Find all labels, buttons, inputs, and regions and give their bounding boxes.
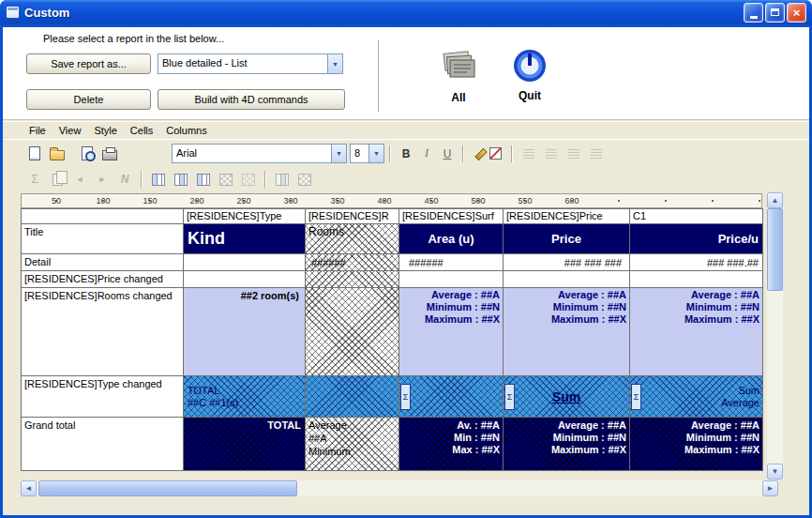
add-column-button[interactable]	[147, 169, 170, 190]
font-size-value: 8	[351, 145, 368, 162]
scroll-right-button[interactable]: ►	[762, 480, 778, 496]
cell-title-kind[interactable]: Kind	[184, 224, 306, 254]
dropdown-arrow-icon[interactable]: ▼	[327, 54, 342, 73]
cell-price-changed-price[interactable]	[504, 271, 630, 288]
cell-rooms-changed-type[interactable]: ##2 room(s)	[184, 288, 306, 376]
cell-rooms-changed-rooms[interactable]	[306, 288, 399, 376]
italic-button[interactable]: I	[416, 144, 437, 164]
cell-rooms-changed-surf[interactable]: Average : ##A Minimum : ##N Maximum : ##…	[399, 288, 504, 376]
bold-button[interactable]: B	[396, 144, 416, 164]
align-center-button[interactable]	[540, 144, 563, 164]
menu-style[interactable]: Style	[88, 123, 124, 138]
build-with-4d-commands-button[interactable]: Build with 4D commands	[158, 89, 345, 110]
minimize-button[interactable]	[744, 3, 763, 23]
horizontal-scroll-thumb[interactable]	[38, 480, 297, 496]
count-button[interactable]: N	[113, 169, 136, 190]
sum-button[interactable]: Σ	[23, 169, 46, 190]
cell-title-price[interactable]: Price	[504, 224, 630, 254]
cell-type-changed-c1[interactable]: Σ Sum Average	[630, 376, 763, 418]
vertical-scrollbar[interactable]: ▲ ▼	[767, 192, 783, 480]
cell-grand-total-price[interactable]: Average : ##A Minimum : ##N Maximum : ##…	[504, 418, 630, 471]
open-report-button[interactable]	[46, 144, 68, 164]
print-button[interactable]	[98, 144, 121, 164]
report-dropdown[interactable]: Blue detailed - List ▼	[158, 53, 343, 74]
new-report-button[interactable]	[23, 144, 46, 164]
cell-type-changed-type[interactable]: TOTAL ##C ##1(s)	[184, 376, 306, 418]
cell-pattern-button[interactable]	[215, 169, 237, 190]
cell-type-changed-rooms[interactable]	[306, 376, 399, 418]
previous-break-button[interactable]: ◄	[68, 169, 91, 190]
save-report-as-button[interactable]: Save report as...	[26, 53, 151, 74]
column-header-surf[interactable]: [RESIDENCES]Surf	[399, 209, 504, 224]
cell-detail-type[interactable]	[184, 254, 306, 271]
column-header-price[interactable]: [RESIDENCES]Price	[504, 209, 630, 224]
pen-icon	[474, 147, 487, 160]
row-label-price-changed[interactable]: [RESIDENCES]Price changed	[22, 271, 184, 288]
align-justify-button[interactable]	[585, 144, 608, 164]
quit-button[interactable]: Quit	[504, 47, 556, 102]
row-label-grand-total[interactable]: Grand total	[22, 418, 184, 471]
cell-type-changed-price[interactable]: Σ Sum	[504, 376, 630, 418]
row-label-type-changed[interactable]: [RESIDENCES]Type changed	[22, 376, 184, 418]
delete-button[interactable]: Delete	[26, 89, 151, 110]
row-label-detail[interactable]: Detail	[22, 254, 184, 271]
column-header-type[interactable]: [RESIDENCES]Type	[184, 209, 306, 224]
menu-cells[interactable]: Cells	[125, 123, 160, 138]
cell-rooms-changed-price[interactable]: Average : ##A Minimum : ##N Maximum : ##…	[504, 288, 630, 376]
cell-detail-surf[interactable]: ######	[399, 254, 504, 271]
close-button[interactable]: ×	[787, 3, 806, 23]
cell-price-changed-c1[interactable]	[630, 271, 763, 288]
border-pen-button[interactable]	[469, 144, 506, 164]
cell-grand-total-c1[interactable]: Average : ##A Minimum : ##N Maximum : ##…	[630, 418, 763, 471]
vertical-scroll-thumb[interactable]	[767, 208, 783, 291]
repeat-values-button[interactable]	[46, 169, 68, 190]
cell-title-area[interactable]: Area (u)	[399, 224, 504, 254]
dropdown-arrow-icon[interactable]: ▼	[331, 145, 346, 162]
all-button[interactable]: All	[430, 43, 487, 104]
cell-grand-total-surf[interactable]: Av. : ##A Min : ##N Max : ##X	[399, 418, 504, 471]
font-size-select[interactable]: 8 ▼	[350, 144, 384, 163]
font-family-select[interactable]: Arial ▼	[172, 144, 347, 163]
cell-grand-total-type[interactable]: TOTAL	[184, 418, 306, 471]
row-label-title[interactable]: Title	[22, 224, 184, 254]
horizontal-scrollbar[interactable]: ◄ ►	[21, 480, 778, 496]
cell-price-changed-rooms[interactable]	[306, 271, 399, 288]
sort-ascending-button[interactable]	[271, 169, 293, 190]
align-left-button[interactable]	[518, 144, 540, 164]
scroll-down-button[interactable]: ▼	[767, 464, 783, 480]
row-label-rooms-changed[interactable]: [RESIDENCES]Rooms changed	[22, 288, 184, 376]
delete-column-button[interactable]	[192, 169, 215, 190]
next-break-button[interactable]: ►	[91, 169, 113, 190]
cell-type-changed-surf[interactable]: Σ	[399, 376, 504, 418]
column-header-rooms[interactable]: [RESIDENCES]R	[306, 209, 399, 224]
menu-file[interactable]: File	[23, 123, 53, 138]
print-preview-button[interactable]	[76, 144, 98, 164]
left-arrow-icon: ◄	[76, 175, 84, 184]
report-selection-panel: Please select a report in the list below…	[3, 27, 809, 120]
cell-rooms-changed-c1[interactable]: Average : ##A Minimum : ##N Maximum : ##…	[630, 288, 763, 376]
cell-title-price-u[interactable]: Price/u	[630, 224, 763, 254]
scroll-up-button[interactable]: ▲	[767, 192, 783, 208]
cell-title-rooms[interactable]: Rooms	[306, 224, 399, 254]
cell-grand-total-rooms[interactable]: Average ##A Minimum	[306, 418, 399, 471]
underline-button[interactable]: U	[437, 144, 458, 164]
titlebar[interactable]: Custom ×	[0, 0, 812, 27]
cell-detail-price[interactable]: ### ### ###	[504, 254, 630, 271]
scroll-left-button[interactable]: ◄	[21, 480, 37, 496]
menu-columns[interactable]: Columns	[160, 123, 214, 138]
insert-column-button[interactable]	[170, 169, 192, 190]
align-right-button[interactable]	[563, 144, 585, 164]
sort-descending-icon	[298, 174, 311, 186]
ruler-tick: 500	[464, 196, 492, 206]
column-header-c1[interactable]: C1	[630, 209, 763, 224]
cell-background-button[interactable]	[237, 169, 260, 190]
sort-descending-button[interactable]	[293, 169, 316, 190]
repeat-values-icon	[53, 174, 63, 186]
dropdown-arrow-icon[interactable]: ▼	[368, 145, 383, 162]
cell-detail-rooms[interactable]: ######	[306, 254, 399, 271]
cell-detail-price-u[interactable]: ### ###.##	[630, 254, 763, 271]
cell-price-changed-surf[interactable]	[399, 271, 504, 288]
cell-price-changed-type[interactable]	[184, 271, 306, 288]
maximize-button[interactable]	[765, 3, 785, 23]
menu-view[interactable]: View	[53, 123, 89, 138]
